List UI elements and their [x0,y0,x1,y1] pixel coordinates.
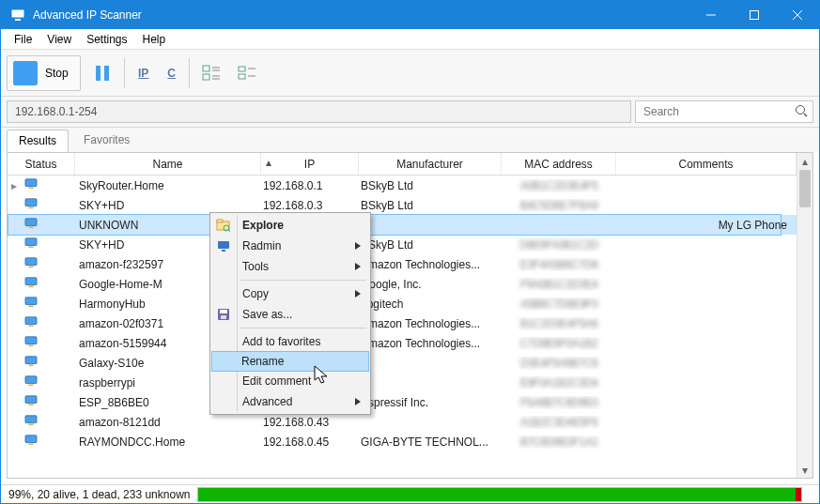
device-icon [24,257,38,271]
cell-mac: A1B2C3D4E5F6 [502,416,616,429]
scan-button[interactable]: Stop [7,55,81,91]
col-mac[interactable]: MAC address [502,153,616,175]
scroll-down-icon[interactable]: ▾ [797,462,812,478]
svg-rect-46 [28,423,33,425]
scroll-up-icon[interactable]: ▴ [797,153,812,169]
ctx-add-favorites[interactable]: Add to favorites [212,331,368,352]
ctx-radmin[interactable]: Radmin [212,236,368,256]
device-icon [24,277,38,291]
table-row[interactable]: SKY+HD192.168.0.11BSkyB LtdD8E9FA0B1C2D [8,235,797,254]
svg-point-18 [797,106,805,115]
maximize-button[interactable] [733,1,776,29]
cell-manufacturer: Amazon Technologies... [359,337,502,350]
scan-button-label: Stop [45,67,69,80]
cell-ip: 192.168.0.45 [261,435,359,449]
cell-mac: A5B6C7D8E9F0 [502,298,616,311]
svg-rect-54 [222,250,225,252]
table-row[interactable]: RAYMONDCC.Home192.168.0.45GIGA-BYTE TECH… [8,432,797,451]
svg-rect-6 [96,66,101,81]
cell-mac: B1C2D3E4F5A6 [502,317,616,330]
ctx-tools[interactable]: Tools [212,256,368,277]
cell-mac: F9A0B1C2D3E4 [502,278,616,291]
ctx-explore[interactable]: Explore [212,215,368,236]
close-button[interactable] [776,1,819,29]
vertical-scrollbar[interactable]: ▴ ▾ [797,153,812,478]
col-manufacturer[interactable]: Manufacturer [359,153,502,175]
device-icon [24,435,38,449]
svg-rect-42 [28,384,33,386]
expand-all-button[interactable] [197,57,225,89]
toolbar: Stop IP C [1,50,819,97]
table-row[interactable]: amazon-5159944192.168.0.17Amazon Technol… [8,333,797,353]
collapse-all-button[interactable] [233,57,261,89]
progress-bar [197,487,802,502]
svg-rect-1 [15,19,21,21]
col-comments[interactable]: Comments [616,153,797,175]
svg-rect-0 [11,9,24,18]
tab-results[interactable]: Results [7,130,69,152]
table-row[interactable]: amazon-02f0371192.168.0.16Amazon Technol… [8,313,797,333]
ctx-edit-comment[interactable]: Edit comment [212,371,368,391]
menu-settings[interactable]: Settings [79,31,134,48]
col-status[interactable]: Status [8,153,75,175]
save-icon [216,307,231,322]
status-text: 99%, 20 alive, 1 dead, 233 unknown [1,488,193,501]
submenu-arrow-icon [355,290,361,298]
table-row[interactable]: Galaxy-S10e192.168.0.39D3E4F5A6B7C8 [8,353,797,373]
svg-rect-34 [28,305,33,307]
menu-view[interactable]: View [39,31,79,48]
ctx-copy[interactable]: Copy [212,283,368,304]
svg-rect-39 [25,357,37,364]
folder-search-icon [216,218,231,233]
menu-file[interactable]: File [7,31,39,48]
minimize-button[interactable] [689,1,733,29]
ip-range-input[interactable] [7,100,631,123]
device-icon [24,356,38,370]
svg-line-19 [804,114,807,116]
table-row[interactable]: amazon-8121dd192.168.0.43A1B2C3D4E5F6 [8,412,797,432]
cell-mac: C7D8E9F0A1B2 [502,337,616,350]
cell-manufacturer: BSkyB Ltd [359,199,502,212]
device-icon [24,336,38,350]
results-rows: ▸SkyRouter.Home192.168.0.1BSkyB LtdA0B1C… [8,176,797,451]
table-row[interactable]: amazon-f232597192.168.0.12Amazon Technol… [8,254,797,274]
svg-rect-36 [28,325,33,327]
table-row[interactable]: UNKNOWN192.168.0.5My LG Phone [8,215,797,235]
ctx-advanced[interactable]: Advanced [212,391,368,412]
ctx-save-as[interactable]: Save as... [212,304,368,325]
ctx-rename[interactable]: Rename [211,351,369,372]
cell-ip: 192.168.0.43 [261,416,359,429]
table-row[interactable]: ESP_8B6BE0192.168.0.42Espressif Inc.F5A6… [8,392,797,412]
toolbar-separator [189,58,190,88]
svg-marker-61 [355,398,361,405]
ip-button[interactable]: IP [132,57,155,89]
svg-rect-48 [28,443,33,445]
table-row[interactable]: raspberrypi192.168.0.41E9F0A1B2C3D4 [8,373,797,392]
svg-rect-47 [25,435,37,443]
svg-rect-30 [28,266,33,267]
svg-rect-33 [25,298,37,305]
svg-rect-45 [25,416,37,423]
tab-favorites[interactable]: Favorites [72,130,141,152]
svg-rect-53 [218,241,229,249]
progress-remaining [796,488,801,501]
table-row[interactable]: HarmonyHub192.168.0.15LogitechA5B6C7D8E9… [8,294,797,313]
search-input[interactable] [635,100,813,123]
cell-manufacturer: Logitech [359,298,502,311]
menu-help[interactable]: Help [135,31,174,48]
svg-marker-57 [355,290,361,298]
svg-rect-60 [221,315,226,319]
ctx-separator [240,328,366,328]
col-name[interactable]: Name [75,153,261,175]
col-ip[interactable]: IP [261,153,359,175]
stop-icon [13,61,38,85]
cell-mac: D8E9FA0B1C2D [502,238,616,252]
table-row[interactable]: Google-Home-M192.168.0.13Google, Inc.F9A… [8,274,797,294]
scrollbar-thumb[interactable] [799,170,811,207]
table-row[interactable]: ▸SkyRouter.Home192.168.0.1BSkyB LtdA0B1C… [8,176,797,195]
table-row[interactable]: SKY+HD192.168.0.3BSkyB LtdB4C5D6E7F8A9 [8,195,797,215]
pause-button[interactable] [88,57,116,89]
cell-mac: B4C5D6E7F8A9 [502,199,616,212]
cell-mac: B7C8D9E0F1A2 [502,435,616,449]
class-c-button[interactable]: C [162,57,181,89]
